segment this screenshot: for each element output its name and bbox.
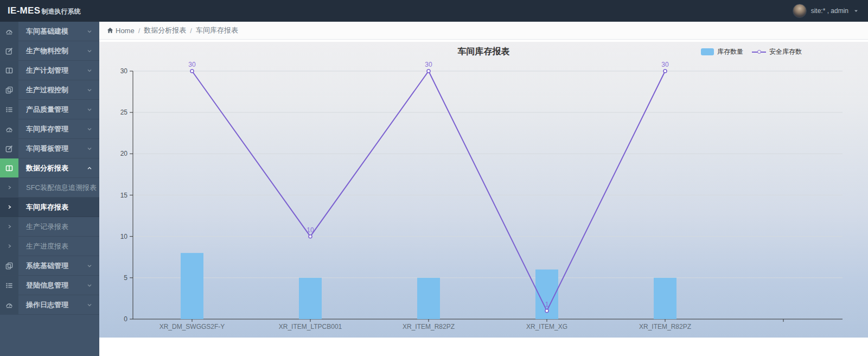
breadcrumb-separator: / xyxy=(186,27,196,35)
chevron-down-icon xyxy=(86,256,99,275)
sidebar-item-label: 数据分析报表 xyxy=(18,158,86,177)
sidebar-item-label: 生产记录报表 xyxy=(18,217,99,236)
data-point[interactable] xyxy=(663,69,667,73)
y-tick-label: 0 xyxy=(124,315,127,323)
sidebar-item-label: 车间基础建模 xyxy=(18,22,86,41)
data-point[interactable] xyxy=(309,235,312,238)
sidebar-item[interactable]: 车间库存管理 xyxy=(0,119,99,139)
point-label: 30 xyxy=(188,61,196,68)
sidebar-item-label: 车间看板管理 xyxy=(18,139,86,158)
chevron-down-icon xyxy=(86,139,99,158)
data-point[interactable] xyxy=(427,69,430,73)
sidebar-item[interactable]: 车间看板管理 xyxy=(0,139,99,158)
chevron-down-icon xyxy=(86,22,99,41)
sidebar-menu: 车间基础建模生产物料控制生产计划管理生产过程控制产品质量管理车间库存管理车间看板… xyxy=(0,22,99,315)
sidebar-item-label: 生产过程控制 xyxy=(18,80,86,99)
chevron-down-icon xyxy=(86,295,99,314)
edit-icon xyxy=(0,139,18,158)
bar[interactable] xyxy=(181,253,203,319)
y-tick-label: 20 xyxy=(120,150,128,157)
sidebar-item-label: 车间库存报表 xyxy=(18,198,99,217)
avatar[interactable] xyxy=(793,4,807,18)
sidebar-item[interactable]: 系统基础管理 xyxy=(0,256,99,276)
chevron-down-icon xyxy=(86,100,99,119)
data-point[interactable] xyxy=(190,69,194,73)
gauge-icon xyxy=(0,119,18,138)
y-tick-label: 5 xyxy=(124,274,127,282)
chevron-down-icon xyxy=(86,80,99,99)
sidebar-subitem[interactable]: 车间库存报表 xyxy=(0,198,99,217)
chevron-down-icon xyxy=(86,119,99,138)
sidebar-item-label: 生产物料控制 xyxy=(18,41,86,60)
sidebar-item[interactable]: 数据分析报表 xyxy=(0,158,99,178)
x-category-label: XR_ITEM_XG xyxy=(526,323,567,330)
chevron-right-icon xyxy=(0,178,18,197)
sidebar-item[interactable]: 产品质量管理 xyxy=(0,100,99,119)
list-icon xyxy=(0,276,18,295)
line-series xyxy=(192,71,665,311)
sidebar-item-label: 登陆信息管理 xyxy=(18,276,86,295)
point-label: 1 xyxy=(545,301,549,308)
breadcrumb-home-link[interactable]: Home xyxy=(107,27,135,35)
sidebar-item[interactable]: 生产物料控制 xyxy=(0,41,99,61)
breadcrumb-item-reports[interactable]: 数据分析报表 xyxy=(144,26,186,35)
chevron-up-icon xyxy=(86,158,99,177)
bar[interactable] xyxy=(299,278,322,319)
y-tick-label: 25 xyxy=(120,109,128,116)
breadcrumb: Home / 数据分析报表 / 车间库存报表 xyxy=(99,22,868,40)
gauge-icon xyxy=(0,295,18,314)
chevron-right-icon xyxy=(0,217,18,236)
sidebar-item-label: SFC装配信息追溯报表 xyxy=(18,178,99,197)
chevron-right-icon xyxy=(0,198,18,217)
sidebar-item[interactable]: 车间基础建模 xyxy=(0,22,99,41)
sidebar-subitem[interactable]: SFC装配信息追溯报表 xyxy=(0,178,99,198)
gauge-icon xyxy=(0,22,18,41)
chevron-down-icon xyxy=(86,276,99,295)
chevron-right-icon xyxy=(0,237,18,256)
x-category-label: XR_ITEM_R82PZ xyxy=(639,323,691,330)
columns-icon xyxy=(0,158,18,177)
sidebar-item[interactable]: 生产计划管理 xyxy=(0,61,99,80)
sidebar-item[interactable]: 操作日志管理 xyxy=(0,295,99,315)
sidebar-subitem[interactable]: 生产进度报表 xyxy=(0,237,99,256)
brand-title: IE-MES xyxy=(8,5,40,16)
chart-panel: 车间库存报表 库存数量 安全库存数 051015202530XR_DM_SWGG… xyxy=(99,42,868,338)
y-tick-label: 10 xyxy=(120,233,128,240)
list-icon xyxy=(0,100,18,119)
y-tick-label: 30 xyxy=(120,67,128,75)
sidebar-item-label: 车间库存管理 xyxy=(18,119,86,138)
x-category-label: XR_DM_SWGGS2F-Y xyxy=(159,323,225,330)
brand-subtitle: 制造执行系统 xyxy=(41,7,80,16)
inventory-chart[interactable]: 051015202530XR_DM_SWGGS2F-YXR_ITEM_LTPCB… xyxy=(99,42,868,338)
x-category-label: XR_ITEM_R82PZ xyxy=(403,323,455,330)
chevron-down-icon xyxy=(86,41,99,60)
edit-icon xyxy=(0,41,18,60)
sidebar-item-label: 产品质量管理 xyxy=(18,100,86,119)
sidebar-item-label: 生产进度报表 xyxy=(18,237,99,256)
caret-down-icon xyxy=(853,8,859,14)
sidebar-item-label: 操作日志管理 xyxy=(18,295,86,314)
app-brand: IE-MES 制造执行系统 xyxy=(8,5,80,16)
sidebar-item-label: 系统基础管理 xyxy=(18,256,86,275)
top-navbar: IE-MES 制造执行系统 site:* , admin xyxy=(0,0,868,22)
sidebar-item[interactable]: 登陆信息管理 xyxy=(0,276,99,295)
breadcrumb-separator: / xyxy=(135,27,144,35)
copy-icon xyxy=(0,256,18,275)
breadcrumb-home-label: Home xyxy=(116,27,135,35)
data-point[interactable] xyxy=(545,309,548,313)
sidebar-subitem[interactable]: 生产记录报表 xyxy=(0,217,99,237)
bar[interactable] xyxy=(417,278,440,319)
main-content: Home / 数据分析报表 / 车间库存报表 车间库存报表 库存数量 安全库存数 xyxy=(99,22,868,356)
sidebar-item[interactable]: 生产过程控制 xyxy=(0,80,99,100)
y-tick-label: 15 xyxy=(120,192,128,199)
user-menu[interactable]: site:* , admin xyxy=(793,4,859,18)
sidebar-item-label: 生产计划管理 xyxy=(18,61,86,80)
user-name: site:* , admin xyxy=(811,7,848,15)
point-label: 10 xyxy=(307,226,314,234)
x-category-label: XR_ITEM_LTPCB001 xyxy=(279,323,342,330)
sidebar: 车间基础建模生产物料控制生产计划管理生产过程控制产品质量管理车间库存管理车间看板… xyxy=(0,22,99,356)
point-label: 30 xyxy=(661,61,669,68)
bar[interactable] xyxy=(654,278,676,319)
breadcrumb-item-current: 车间库存报表 xyxy=(196,26,238,35)
home-icon xyxy=(107,27,113,34)
